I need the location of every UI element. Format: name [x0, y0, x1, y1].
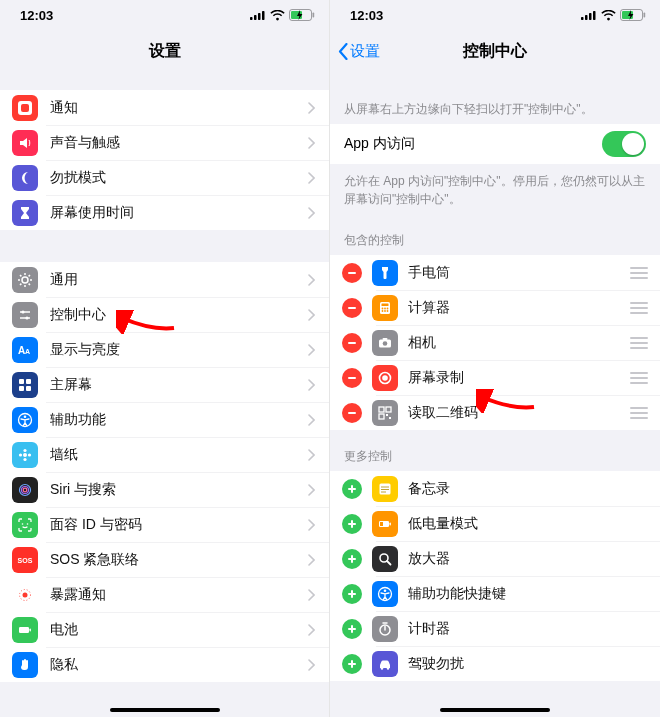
row-label: 通知 — [50, 99, 308, 117]
row-label: 暴露通知 — [50, 586, 308, 604]
reorder-handle[interactable] — [628, 267, 650, 279]
app-access-row: App 内访问 — [330, 124, 660, 164]
sos-icon: SOS — [12, 547, 38, 573]
svg-rect-37 — [589, 13, 592, 20]
nav-header: 设置 控制中心 — [330, 30, 660, 72]
chevron-right-icon — [308, 589, 315, 601]
hand-icon — [12, 652, 38, 678]
status-bar: 12:03 — [330, 0, 660, 30]
svg-point-29 — [27, 523, 29, 525]
svg-rect-3 — [262, 11, 265, 20]
svg-rect-64 — [389, 417, 391, 419]
svg-point-28 — [22, 523, 24, 525]
chevron-right-icon — [308, 172, 315, 184]
svg-rect-38 — [593, 11, 596, 20]
row-label: 屏幕录制 — [408, 369, 628, 387]
back-label: 设置 — [350, 42, 380, 61]
settings-row-accessibility[interactable]: 辅助功能 — [0, 402, 329, 437]
cc-row-notes: 备忘录 — [330, 471, 660, 506]
row-label: 墙纸 — [50, 446, 308, 464]
settings-row-display[interactable]: AA显示与亮度 — [0, 332, 329, 367]
row-label: 读取二维码 — [408, 404, 628, 422]
chevron-right-icon — [308, 624, 315, 636]
app-access-toggle[interactable] — [602, 131, 646, 157]
settings-row-screentime[interactable]: 屏幕使用时间 — [0, 195, 329, 230]
settings-row-notifications[interactable]: 通知 — [0, 90, 329, 125]
magnifier-icon — [372, 546, 398, 572]
svg-point-20 — [23, 453, 27, 457]
add-button[interactable] — [342, 514, 362, 534]
settings-row-wallpaper[interactable]: 墙纸 — [0, 437, 329, 472]
flower-icon — [12, 442, 38, 468]
remove-button[interactable] — [342, 298, 362, 318]
signal-icon — [250, 10, 266, 20]
svg-point-49 — [382, 310, 384, 312]
cc-row-calculator: 计算器 — [330, 290, 660, 325]
settings-row-sos[interactable]: SOSSOS 紧急联络 — [0, 542, 329, 577]
settings-row-exposure[interactable]: 暴露通知 — [0, 577, 329, 612]
row-label: 低电量模式 — [408, 515, 650, 533]
settings-row-siri[interactable]: Siri 与搜索 — [0, 472, 329, 507]
reorder-handle[interactable] — [628, 407, 650, 419]
car-icon — [372, 651, 398, 677]
reorder-handle[interactable] — [628, 337, 650, 349]
intro-text: 从屏幕右上方边缘向下轻扫以打开"控制中心"。 — [330, 72, 660, 124]
app-access-footer: 允许在 App 内访问"控制中心"。停用后，您仍然可以从主屏幕访问"控制中心"。 — [330, 164, 660, 214]
add-button[interactable] — [342, 584, 362, 604]
svg-point-58 — [382, 375, 388, 381]
text-size-icon: AA — [12, 337, 38, 363]
svg-rect-0 — [250, 17, 253, 20]
settings-row-privacy[interactable]: 隐私 — [0, 647, 329, 682]
svg-rect-52 — [348, 342, 356, 344]
settings-row-controlcenter[interactable]: 控制中心 — [0, 297, 329, 332]
cc-row-flashlight: 手电筒 — [330, 255, 660, 290]
settings-row-sounds[interactable]: 声音与触感 — [0, 125, 329, 160]
sliders-icon — [12, 302, 38, 328]
add-button[interactable] — [342, 654, 362, 674]
bell-square-icon — [12, 95, 38, 121]
svg-rect-41 — [644, 13, 646, 18]
remove-button[interactable] — [342, 333, 362, 353]
settings-row-battery[interactable]: 电池 — [0, 612, 329, 647]
gear-icon — [12, 267, 38, 293]
svg-rect-2 — [258, 13, 261, 20]
control-center-screen: 12:03 设置 控制中心 从屏幕右上方边缘向下轻扫以打开"控制中心"。 — [330, 0, 660, 717]
lowpower-icon — [372, 511, 398, 537]
page-title: 设置 — [149, 41, 181, 62]
back-button[interactable]: 设置 — [338, 42, 380, 61]
nav-header: 设置 — [0, 30, 329, 72]
battery-icon — [12, 617, 38, 643]
add-button[interactable] — [342, 619, 362, 639]
svg-rect-74 — [348, 558, 356, 560]
settings-row-general[interactable]: 通用 — [0, 262, 329, 297]
settings-row-dnd[interactable]: 勿扰模式 — [0, 160, 329, 195]
add-button[interactable] — [342, 479, 362, 499]
svg-rect-17 — [26, 386, 31, 391]
remove-button[interactable] — [342, 403, 362, 423]
reorder-handle[interactable] — [628, 302, 650, 314]
reorder-handle[interactable] — [628, 372, 650, 384]
settings-row-faceid[interactable]: 面容 ID 与密码 — [0, 507, 329, 542]
settings-screen: 12:03 设置 通知声音与触感勿扰模式屏幕使用时间通用控制中心AA显示与亮度主… — [0, 0, 330, 717]
accessibility-icon — [372, 581, 398, 607]
svg-point-86 — [387, 667, 389, 669]
settings-row-homescreen[interactable]: 主屏幕 — [0, 367, 329, 402]
add-button[interactable] — [342, 549, 362, 569]
accessibility-icon — [12, 407, 38, 433]
svg-rect-63 — [386, 414, 388, 416]
battery-icon — [289, 9, 315, 21]
svg-rect-35 — [581, 17, 584, 20]
status-bar: 12:03 — [0, 0, 329, 30]
row-label: 辅助功能快捷键 — [408, 585, 650, 603]
svg-text:SOS: SOS — [18, 557, 33, 564]
svg-rect-59 — [348, 412, 356, 414]
row-label: SOS 紧急联络 — [50, 551, 308, 569]
status-time: 12:03 — [350, 8, 383, 23]
svg-rect-36 — [585, 15, 588, 20]
moon-icon — [12, 165, 38, 191]
cc-row-drivingdnd: 驾驶勿扰 — [330, 646, 660, 681]
remove-button[interactable] — [342, 368, 362, 388]
status-time: 12:03 — [20, 8, 53, 23]
remove-button[interactable] — [342, 263, 362, 283]
qrcode-icon — [372, 400, 398, 426]
